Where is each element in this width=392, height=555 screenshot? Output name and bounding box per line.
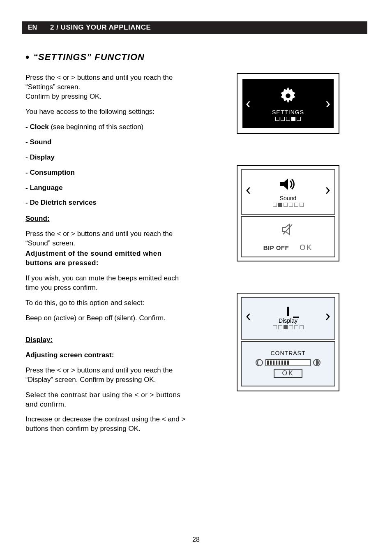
screen-bip-off: BIP OFF OK — [241, 216, 335, 257]
item-language: - Language — [25, 183, 190, 193]
item-clock: - Clock (see beginning of this section) — [25, 123, 190, 132]
bullet: • — [25, 52, 29, 62]
chevron-right-icon[interactable]: › — [325, 95, 330, 112]
display-p1: Press the < or > buttons and until you r… — [25, 366, 190, 385]
screen-contrast: CONTRAST OK — [241, 341, 335, 386]
item-display: - Display — [25, 153, 190, 162]
page-content: • “SETTINGS” FUNCTION Press the < or > b… — [25, 49, 367, 555]
settings-label: SETTINGS — [272, 109, 304, 116]
section-title: “SETTINGS” FUNCTION — [33, 52, 145, 62]
speaker-mute-icon — [281, 220, 295, 239]
item-consumption: - Consumption — [25, 168, 190, 178]
speaker-icon — [279, 177, 297, 193]
intro-p3: You have access to the following setting… — [25, 107, 190, 117]
display-subhead: Adjusting screen contrast: — [25, 351, 190, 360]
brightness-low-icon[interactable] — [256, 359, 263, 366]
display-icon — [287, 308, 289, 316]
sound-label: Sound — [280, 195, 296, 201]
chevron-left-icon[interactable]: ‹ — [246, 95, 251, 112]
text-column: Press the < or > buttons and until you r… — [25, 73, 190, 439]
illustration-column: ‹ SETTINGS › ‹ — [210, 73, 367, 439]
page-indicator — [273, 203, 304, 207]
header-bar: EN 2 / USING YOUR APPLIANCE — [25, 21, 367, 34]
header-title: 2 / USING YOUR APPLIANCE — [50, 23, 151, 32]
screen-display-frame: ‹ Display › CONTRAST — [237, 293, 339, 391]
intro-p1: Press the < or > buttons and until you r… — [25, 73, 190, 92]
chevron-right-icon[interactable]: › — [325, 307, 330, 325]
contrast-label: CONTRAST — [271, 350, 306, 356]
gear-icon — [279, 86, 297, 107]
svg-marker-3 — [282, 224, 290, 235]
page-indicator — [275, 117, 301, 121]
intro-p2: Confirm by pressing OK. — [25, 92, 190, 102]
item-sound: - Sound — [25, 138, 190, 147]
display-p2: Select the contrast bar using the < or >… — [25, 391, 190, 409]
svg-point-1 — [286, 93, 291, 98]
display-label: Display — [279, 317, 297, 324]
bip-off-label: BIP OFF — [263, 244, 289, 251]
page-indicator — [273, 325, 304, 329]
ok-button[interactable]: OK — [300, 243, 313, 252]
screen-settings-frame: ‹ SETTINGS › — [237, 73, 339, 134]
contrast-slider[interactable] — [265, 359, 311, 366]
sound-p3: To do this, go to this option and select… — [25, 298, 190, 308]
chevron-left-icon[interactable]: ‹ — [246, 307, 251, 325]
page-number: 28 — [0, 536, 392, 543]
sound-heading: Sound: — [25, 214, 190, 224]
chevron-right-icon[interactable]: › — [325, 180, 330, 198]
screen-display: ‹ Display › — [241, 297, 335, 340]
svg-marker-2 — [280, 178, 288, 190]
sound-p1: Press the < or > buttons and until you r… — [25, 229, 190, 248]
sound-p2: If you wish, you can mute the beeps emit… — [25, 274, 190, 293]
lang-badge: EN — [22, 21, 43, 34]
screen-sound-frame: ‹ Sound › — [237, 165, 339, 261]
ok-button[interactable]: OK — [274, 369, 302, 378]
brightness-high-icon[interactable] — [313, 359, 321, 366]
display-p3: Increase or decrease the contrast using … — [25, 415, 190, 434]
screen-sound: ‹ Sound › — [241, 169, 335, 215]
sound-subhead: Adjustment of the sound emitted when but… — [25, 249, 190, 268]
chevron-left-icon[interactable]: ‹ — [246, 180, 251, 198]
item-dedietrich: - De Dietrich services — [25, 198, 190, 208]
section-title-row: • “SETTINGS” FUNCTION — [25, 51, 367, 62]
screen-settings: ‹ SETTINGS › — [242, 79, 334, 128]
sound-p4: Beep on (active) or Beep off (silent). C… — [25, 314, 190, 323]
display-heading: Display: — [25, 335, 190, 345]
